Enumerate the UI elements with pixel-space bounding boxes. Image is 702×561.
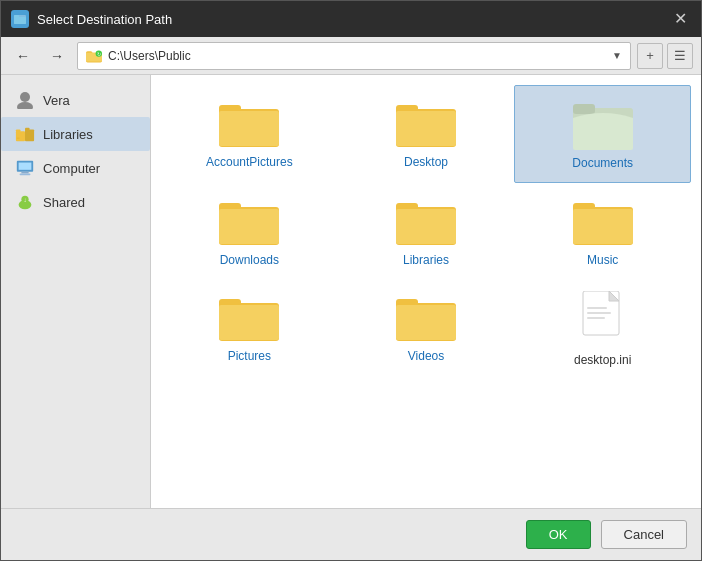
- file-label-documents: Documents: [572, 156, 633, 170]
- select-destination-dialog: Select Destination Path ✕ ← → ↻ C:\Users…: [0, 0, 702, 561]
- sidebar-item-shared[interactable]: ↓ Shared: [1, 185, 150, 219]
- file-item-desktop-ini[interactable]: desktop.ini: [514, 279, 691, 379]
- svg-rect-47: [587, 312, 611, 314]
- file-item-music[interactable]: Music: [514, 183, 691, 279]
- address-dropdown-icon[interactable]: ▼: [612, 50, 622, 61]
- svg-point-9: [17, 102, 33, 109]
- toolbar-actions: + ☰: [637, 43, 693, 69]
- folder-icon-videos: [396, 291, 456, 343]
- folder-icon-documents: [573, 98, 633, 150]
- svg-rect-41: [219, 305, 279, 340]
- file-item-accountpictures[interactable]: AccountPictures: [161, 85, 338, 183]
- file-grid: AccountPictures Desktop: [151, 75, 701, 508]
- svg-rect-12: [25, 129, 34, 141]
- folder-icon-pictures: [219, 291, 279, 343]
- file-item-documents[interactable]: Documents: [514, 85, 691, 183]
- svg-rect-1: [14, 17, 26, 24]
- svg-rect-11: [16, 129, 21, 132]
- folder-icon-music: [573, 195, 633, 247]
- content-area: Vera Libraries: [1, 75, 701, 508]
- file-label-accountpictures: AccountPictures: [206, 155, 293, 169]
- svg-rect-13: [25, 128, 30, 131]
- file-item-desktop[interactable]: Desktop: [338, 85, 515, 183]
- svg-text:↻: ↻: [97, 52, 101, 57]
- cancel-button[interactable]: Cancel: [601, 520, 687, 549]
- file-label-videos: Videos: [408, 349, 444, 363]
- file-item-pictures[interactable]: Pictures: [161, 279, 338, 379]
- app-icon: [11, 10, 29, 28]
- address-bar[interactable]: ↻ C:\Users\Public ▼: [77, 42, 631, 70]
- svg-rect-44: [396, 305, 456, 340]
- file-icon-desktop-ini: [579, 291, 627, 347]
- address-text: C:\Users\Public: [108, 49, 606, 63]
- folder-icon-downloads: [219, 195, 279, 247]
- computer-icon: [15, 159, 35, 177]
- sidebar-item-computer[interactable]: Computer: [1, 151, 150, 185]
- sidebar-label-shared: Shared: [43, 195, 85, 210]
- address-folder-icon: ↻: [86, 48, 102, 64]
- svg-rect-10: [16, 131, 25, 141]
- titlebar: Select Destination Path ✕: [1, 1, 701, 37]
- svg-rect-48: [587, 317, 605, 319]
- shared-icon: ↓: [15, 193, 35, 211]
- file-label-music: Music: [587, 253, 618, 267]
- close-button[interactable]: ✕: [670, 11, 691, 27]
- user-icon: [15, 91, 35, 109]
- svg-rect-2: [14, 15, 19, 18]
- ok-button[interactable]: OK: [526, 520, 591, 549]
- svg-rect-16: [19, 163, 32, 170]
- svg-rect-18: [20, 173, 31, 175]
- toolbar: ← → ↻ C:\Users\Public ▼ + ☰: [1, 37, 701, 75]
- file-label-desktop: Desktop: [404, 155, 448, 169]
- folder-icon-accountpictures: [219, 97, 279, 149]
- new-folder-button[interactable]: +: [637, 43, 663, 69]
- svg-rect-29: [573, 104, 595, 114]
- sidebar-item-libraries[interactable]: Libraries: [1, 117, 150, 151]
- svg-rect-17: [21, 172, 28, 174]
- dialog-title: Select Destination Path: [37, 12, 662, 27]
- svg-rect-14: [17, 138, 20, 139]
- file-label-pictures: Pictures: [228, 349, 271, 363]
- file-item-videos[interactable]: Videos: [338, 279, 515, 379]
- svg-rect-46: [587, 307, 607, 309]
- sidebar-label-computer: Computer: [43, 161, 100, 176]
- file-label-downloads: Downloads: [220, 253, 279, 267]
- svg-point-8: [20, 92, 30, 102]
- back-button[interactable]: ←: [9, 44, 37, 68]
- svg-rect-32: [219, 209, 279, 244]
- file-label-libraries: Libraries: [403, 253, 449, 267]
- sidebar: Vera Libraries: [1, 75, 151, 508]
- sidebar-label-libraries: Libraries: [43, 127, 93, 142]
- sidebar-label-vera: Vera: [43, 93, 70, 108]
- svg-rect-35: [396, 209, 456, 244]
- view-button[interactable]: ☰: [667, 43, 693, 69]
- svg-rect-24: [219, 111, 279, 146]
- sidebar-item-vera[interactable]: Vera: [1, 83, 150, 117]
- folder-icon-libraries: [396, 195, 456, 247]
- svg-rect-27: [396, 111, 456, 146]
- svg-text:↓: ↓: [23, 196, 26, 203]
- footer: OK Cancel: [1, 508, 701, 560]
- libraries-icon: [15, 125, 35, 143]
- svg-rect-38: [573, 209, 633, 244]
- folder-icon-desktop: [396, 97, 456, 149]
- file-item-downloads[interactable]: Downloads: [161, 183, 338, 279]
- file-label-desktop-ini: desktop.ini: [574, 353, 631, 367]
- forward-button[interactable]: →: [43, 44, 71, 68]
- file-item-libraries[interactable]: Libraries: [338, 183, 515, 279]
